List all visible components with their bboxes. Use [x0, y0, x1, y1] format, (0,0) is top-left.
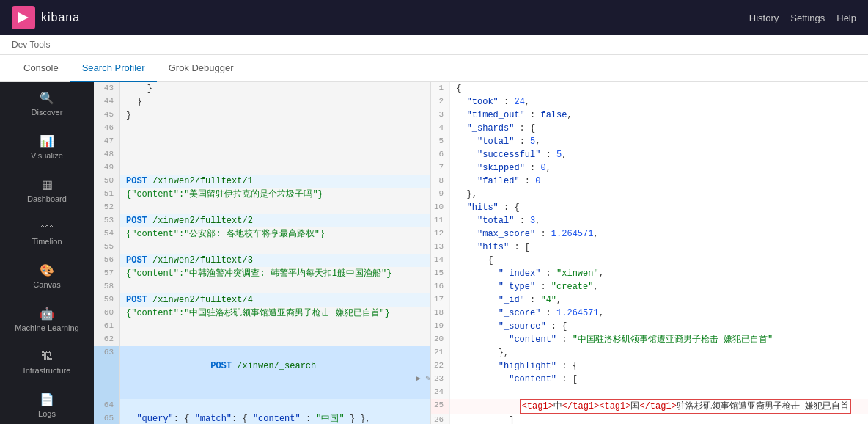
table-row: 2 "took" : 24,	[431, 95, 868, 109]
main-area: 🔍 Discover 📊 Visualize ▦ Dashboard 〰 Tim…	[0, 82, 868, 424]
content-area: 43 } 44 } 45 } 46	[94, 82, 868, 424]
top-bar: kibana History Settings Help	[0, 0, 868, 35]
table-row: 14 {	[431, 254, 868, 267]
table-row: 65 "query": { "match": { "content" : "中国…	[94, 412, 430, 424]
table-row: 18 "_score" : 1.264571,	[431, 307, 868, 320]
table-row: 3 "timed_out" : false,	[431, 109, 868, 122]
table-row: 60 {"content":"中国驻洛杉矶领事馆遭亚裔男子枪击 嫌犯已自首"}	[94, 307, 430, 320]
visualize-icon: 📊	[40, 134, 54, 148]
left-panel-code[interactable]: 43 } 44 } 45 } 46	[94, 82, 430, 424]
table-row: 55	[94, 241, 430, 254]
table-row: 6 "successful" : 5,	[431, 148, 868, 161]
sidebar-label-timelion: Timelion	[32, 237, 62, 246]
sidebar-label-infrastructure: Infrastructure	[23, 366, 71, 375]
table-row: 19 "_source" : {	[431, 320, 868, 333]
table-row: 58	[94, 280, 430, 293]
top-bar-right: History Settings Help	[749, 12, 856, 23]
table-row: 62	[94, 333, 430, 346]
table-row: 59 POST /xinwen2/fulltext/4	[94, 293, 430, 307]
table-row: 45 }	[94, 109, 430, 122]
table-row: 47	[94, 135, 430, 148]
right-panel[interactable]: 1 { 2 "took" : 24, 3 "timed_out" : false…	[431, 82, 868, 424]
table-row: 51 {"content":"美国留驻伊拉克的是个垃圾子吗"}	[94, 188, 430, 201]
sidebar-item-ml[interactable]: 🤖 Machine Learning	[0, 298, 94, 341]
code-lines-left: 43 } 44 } 45 } 46	[94, 82, 430, 424]
sidebar-item-visualize[interactable]: 📊 Visualize	[0, 125, 94, 169]
table-row: 26 ]	[431, 414, 868, 424]
table-row: 48	[94, 148, 430, 161]
table-row: 12 "max_score" : 1.264571,	[431, 227, 868, 241]
sidebar-item-canvas[interactable]: 🎨 Canvas	[0, 255, 94, 298]
sidebar-label-canvas: Canvas	[33, 280, 60, 289]
top-bar-left: kibana	[12, 6, 80, 29]
table-row: 7 "skipped" : 0,	[431, 161, 868, 175]
table-row: 44 }	[94, 95, 430, 109]
table-row: 13 "hits" : [	[431, 241, 868, 254]
app-title: kibana	[41, 11, 80, 24]
table-row: 11 "total" : 3,	[431, 214, 868, 227]
table-row: 4 "_shards" : {	[431, 122, 868, 135]
table-row: 46	[94, 122, 430, 135]
table-row: 57 {"content":"中韩渔警冲突调查: 韩警平均每天扣1艘中国渔船"}	[94, 267, 430, 280]
table-row: 17 "_id" : "4",	[431, 293, 868, 307]
table-row: 10 "hits" : {	[431, 201, 868, 214]
sidebar-label-discover: Discover	[32, 108, 63, 117]
table-row: 54 {"content":"公安部: 各地校车将享最高路权"}	[94, 227, 430, 241]
settings-link[interactable]: Settings	[790, 12, 825, 23]
tab-console[interactable]: Console	[12, 55, 70, 82]
canvas-icon: 🎨	[40, 263, 54, 277]
sidebar-label-logs: Logs	[38, 409, 56, 418]
sidebar-item-infrastructure[interactable]: 🏗 Infrastructure	[0, 341, 94, 384]
tab-bar: Console Search Profiler Grok Debugger	[0, 55, 868, 82]
table-row: 56 POST /xinwen2/fulltext/3	[94, 254, 430, 267]
tab-search-profiler[interactable]: Search Profiler	[70, 55, 157, 82]
logs-icon: 📄	[40, 392, 54, 406]
table-row: 15 "_index" : "xinwen",	[431, 267, 868, 280]
sidebar-label-ml: Machine Learning	[15, 324, 78, 332]
code-lines-right: 1 { 2 "took" : 24, 3 "timed_out" : false…	[431, 82, 868, 424]
table-row: 24	[431, 386, 868, 399]
kibana-logo	[12, 6, 35, 29]
sidebar-item-logs[interactable]: 📄 Logs	[0, 384, 94, 424]
breadcrumb: Dev Tools	[0, 35, 868, 55]
table-row: 23 "content" : [	[431, 373, 868, 386]
history-link[interactable]: History	[749, 12, 779, 23]
sidebar-item-discover[interactable]: 🔍 Discover	[0, 82, 94, 125]
table-row: 43 }	[94, 82, 430, 95]
table-row: 5 "total" : 5,	[431, 135, 868, 148]
table-row: 1 {	[431, 82, 868, 95]
table-row: 21 },	[431, 346, 868, 359]
timelion-icon: 〰	[41, 221, 53, 234]
help-link[interactable]: Help	[836, 12, 856, 23]
ml-icon: 🤖	[40, 307, 54, 321]
table-row: 22 "highlight" : {	[431, 359, 868, 373]
table-row: 49	[94, 161, 430, 175]
table-row: 50 POST /xinwen2/fulltext/1	[94, 175, 430, 188]
table-row: 52	[94, 201, 430, 214]
tab-grok-debugger[interactable]: Grok Debugger	[157, 55, 246, 82]
sidebar-label-visualize: Visualize	[31, 151, 63, 160]
table-row: 64	[94, 399, 430, 412]
left-panel[interactable]: 43 } 44 } 45 } 46	[94, 82, 431, 424]
table-row: 25 <tag1>中</tag1><tag1>国</tag1>驻洛杉矶领事馆遭亚…	[431, 399, 868, 414]
table-row: 8 "failed" : 0	[431, 175, 868, 188]
table-row: 53 POST /xinwen2/fulltext/2	[94, 214, 430, 227]
table-row: 16 "_type" : "create",	[431, 280, 868, 293]
sidebar: 🔍 Discover 📊 Visualize ▦ Dashboard 〰 Tim…	[0, 82, 94, 424]
sidebar-item-dashboard[interactable]: ▦ Dashboard	[0, 169, 94, 212]
sidebar-label-dashboard: Dashboard	[27, 194, 67, 203]
table-row: 63 POST /xinwen/_search ▶ ✎	[94, 346, 430, 399]
table-row: 61	[94, 320, 430, 333]
table-row: 9 },	[431, 188, 868, 201]
discover-icon: 🔍	[40, 91, 54, 105]
infrastructure-icon: 🏗	[41, 350, 53, 363]
dashboard-icon: ▦	[42, 178, 53, 191]
table-row: 20 "content" : "中国驻洛杉矶领事馆遭亚裔男子枪击 嫌犯已自首"	[431, 333, 868, 346]
sidebar-item-timelion[interactable]: 〰 Timelion	[0, 212, 94, 255]
